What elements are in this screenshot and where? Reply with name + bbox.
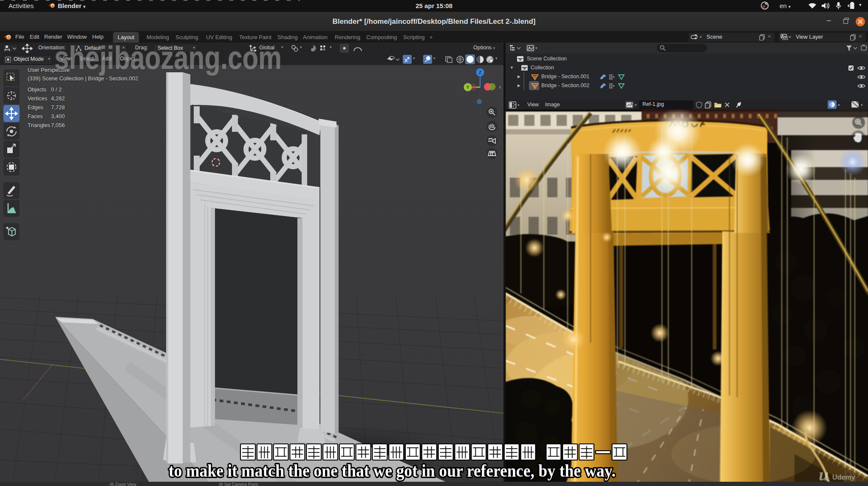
svg-text:Y: Y [466, 85, 469, 90]
svg-text:shejibaozang.com: shejibaozang.com [54, 40, 282, 76]
svg-text:u: u [819, 465, 828, 484]
svg-text:to make it match the one that: to make it match the one that we got in … [169, 460, 616, 480]
svg-text:Udemy: Udemy [832, 474, 855, 481]
svg-text:Z: Z [479, 70, 482, 75]
svg-text:‹: ‹ [499, 83, 501, 90]
